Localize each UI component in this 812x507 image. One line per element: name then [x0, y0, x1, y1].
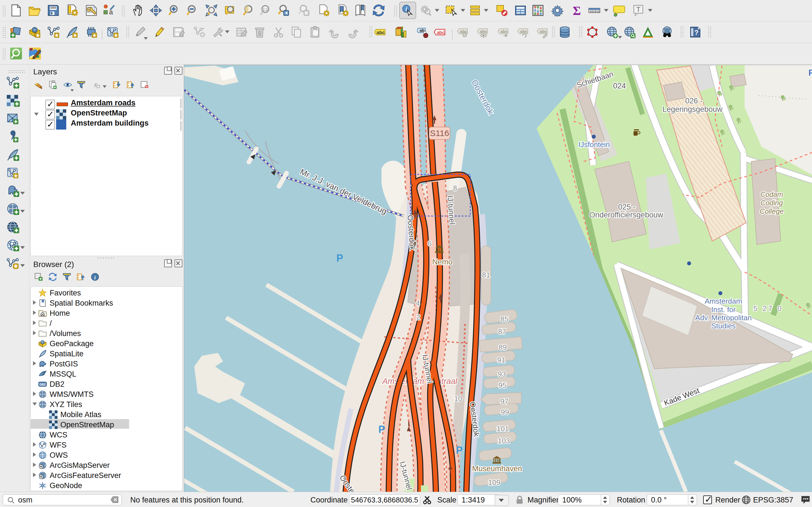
svg-text:P: P — [378, 424, 385, 435]
svg-text:89: 89 — [499, 343, 507, 351]
svg-text:103: 103 — [498, 437, 510, 445]
svg-text:93: 93 — [498, 370, 506, 378]
svg-text:Nemo: Nemo — [432, 258, 453, 266]
svg-text:6: 6 — [428, 239, 432, 247]
svg-text:025 -: 025 - — [618, 203, 636, 211]
svg-text:97: 97 — [500, 397, 509, 406]
svg-text:Inst. for: Inst. for — [711, 305, 736, 314]
svg-text:101: 101 — [497, 425, 509, 433]
svg-text:Studies: Studies — [711, 322, 736, 330]
svg-text:Amsterdam Centraal: Amsterdam Centraal — [382, 377, 458, 386]
svg-text:F: F — [808, 68, 812, 78]
svg-text:2: 2 — [416, 313, 420, 321]
svg-text:5 27 0: 5 27 0 — [753, 304, 783, 313]
svg-text:81: 81 — [482, 271, 490, 279]
svg-text:College: College — [760, 207, 784, 215]
svg-text:85: 85 — [500, 315, 509, 323]
svg-text:95: 95 — [499, 381, 507, 390]
svg-text:91: 91 — [497, 356, 506, 364]
svg-text:024: 024 — [613, 82, 626, 90]
svg-text:Coding: Coding — [760, 199, 783, 207]
svg-text:Adv. Metropolitan: Adv. Metropolitan — [695, 314, 752, 322]
svg-text:P: P — [456, 445, 463, 456]
svg-text:Museumhaven: Museumhaven — [472, 464, 522, 473]
svg-text:87: 87 — [498, 327, 506, 336]
svg-text:4: 4 — [416, 299, 420, 307]
svg-text:109: 109 — [488, 478, 500, 487]
svg-text:Amsterdam: Amsterdam — [705, 297, 742, 305]
svg-text:99: 99 — [501, 408, 509, 416]
svg-text:P: P — [336, 252, 343, 264]
svg-text:S116: S116 — [430, 128, 449, 138]
svg-text:10: 10 — [454, 395, 462, 403]
svg-text:026 -: 026 - — [685, 97, 703, 105]
svg-text:IJsfontein: IJsfontein — [578, 140, 610, 149]
svg-text:8: 8 — [453, 184, 457, 192]
svg-text:Onderofficiersgebouw: Onderofficiersgebouw — [589, 211, 663, 219]
svg-text:Legeringsgebouw: Legeringsgebouw — [662, 105, 723, 114]
svg-text:Codam: Codam — [760, 190, 783, 198]
